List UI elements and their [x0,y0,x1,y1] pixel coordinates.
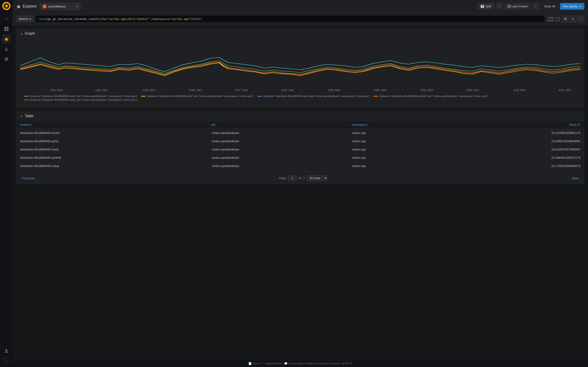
table-cell-1-1: cortex-ops/distributor [208,137,348,145]
close-query-button[interactable]: ✕ [562,16,569,23]
table-cell-3-2: cortex-ops [348,154,439,162]
col-job[interactable]: job [208,121,348,129]
table-row: distributor-65c4684455-gs5lzcortex-ops/d… [17,137,584,145]
topbar: Explore prometheus ▾ Split ‹ Last 6 [13,0,588,13]
explore-nav-icon[interactable] [2,34,11,44]
table-cell-0-0: distributor-65c4684455-4vxdx [17,129,208,137]
graph-container: 28 26 24 22 20 05:00 [17,38,584,108]
table-cell-1-0: distributor-65c4684455-gs5lz [17,137,208,145]
previous-page-button[interactable]: Previous [20,175,36,181]
legend-color-3 [373,96,378,97]
data-table: instance job namespace Value #1 distribu… [17,121,584,170]
grafana-logo[interactable] [2,2,10,10]
table-collapse-icon: ▲ [20,115,23,118]
table-cell-1-2: cortex-ops [348,137,439,145]
table-row: distributor-65c4684455-4vxdxcortex-ops/d… [17,129,584,137]
svg-rect-6 [7,29,9,31]
table-cell-4-3: 23.175523394590275 [439,162,584,170]
svg-rect-5 [4,29,6,31]
svg-text:09:00: 09:00 [421,89,433,92]
legend-label-0: {instance="distributor-65c4684455-4vxdx"… [30,95,137,98]
signin-icon[interactable] [2,346,11,356]
table-row: distributor-65c4684455-rwsrpcortex-ops/d… [17,162,584,170]
content-area: ▲ Graph 28 26 24 22 20 [13,25,588,360]
community-link[interactable]: Community [288,362,303,365]
table-cell-2-3: 24.619357917600947 [439,145,584,154]
query-bar: Metrics ▾ rate(go_gc_duration_seconds_co… [13,13,588,25]
table-cell-4-0: distributor-65c4684455-rwsrp [17,162,208,170]
datasource-name: prometheus [48,5,65,8]
table-cell-2-2: cortex-ops [348,145,439,154]
add-panel-icon[interactable]: ＋ [2,14,11,23]
alerting-icon[interactable] [2,44,11,54]
help-icon[interactable]: ? [3,357,10,364]
table-cell-0-1: cortex-ops/distributor [208,129,348,137]
svg-rect-4 [7,27,9,29]
table-cell-4-1: cortex-ops/distributor [208,162,348,170]
svg-rect-3 [4,27,6,29]
page-number-input[interactable] [288,175,297,181]
metrics-button[interactable]: Metrics ▾ [16,16,34,22]
remove-query-button[interactable]: － [578,16,584,23]
svg-rect-9 [483,5,484,8]
version-text: Grafana v6.0.0-pre1 (commit: a21f677) [304,362,352,365]
table-row: distributor-65c4684455-nwxljcortex-ops/d… [17,145,584,154]
clear-all-button[interactable]: Clear All [541,3,558,10]
svg-text:07:30: 07:30 [281,89,294,92]
explore-title-text: Explore [23,4,37,9]
table-cell-2-1: cortex-ops/distributor [208,145,348,154]
svg-text:08:30: 08:30 [374,89,387,92]
table-cell-4-2: cortex-ops [348,162,439,170]
legend-item-2[interactable]: {instance="distributor-65c4684455-nwxlj"… [257,95,370,98]
table-cell-0-2: cortex-ops [348,129,439,137]
col-value[interactable]: Value #1 [439,121,584,129]
legend-item-4[interactable]: {instance="distributor-65c4684455-rwsrp"… [24,98,137,101]
col-namespace[interactable]: namespace [348,121,439,129]
svg-text:07:00: 07:00 [235,89,248,92]
legend-color-2 [257,96,262,97]
datasource-selector[interactable]: prometheus ▾ [40,3,81,10]
legend-item-3[interactable]: {instance="distributor-65c4684455-qm848"… [373,95,488,98]
docs-link[interactable]: Docs [253,362,259,365]
legend-item-1[interactable]: {instance="distributor-65c4684455-gs5lz"… [141,95,254,98]
table-panel-title: Table [25,114,34,118]
dashboards-icon[interactable] [2,24,11,33]
support-link[interactable]: Support Plans [265,362,282,365]
table-cell-1-3: 23.006613919054054 [439,137,584,145]
topbar-right: Split ‹ Last 6 hours › Clear All Run Que… [478,3,584,10]
svg-text:08:00: 08:00 [328,89,340,92]
settings-nav-icon[interactable] [2,55,11,64]
graph-chart: 28 26 24 22 20 05:00 [20,42,580,92]
query-input-display[interactable]: rate(go_gc_duration_seconds_count{job="c… [35,15,545,23]
prev-time-button[interactable]: ‹ [496,3,503,10]
explore-title: Explore [16,4,37,9]
svg-text:05:30: 05:30 [95,89,108,92]
add-query-button[interactable]: ＋ [570,16,577,23]
legend-label-1: {instance="distributor-65c4684455-gs5lz"… [147,95,254,98]
legend-color-0 [24,96,28,97]
svg-text:09:30: 09:30 [467,89,479,92]
page-info: Page of 1 20 rows 50 rows 100 rows [279,175,328,181]
rows-per-page-select[interactable]: 20 rows 50 rows 100 rows [307,175,328,181]
legend-item-0[interactable]: {instance="distributor-65c4684455-4vxdx"… [24,95,137,98]
legend-label-4: {instance="distributor-65c4684455-rwsrp"… [30,98,137,101]
next-time-button[interactable]: › [532,3,539,10]
split-icon [481,5,484,8]
query-meta: Table: 1.1s Graph: 1.7s [547,16,560,22]
split-button[interactable]: Split [478,3,494,10]
table-cell-0-3: 23.247983163802175 [439,129,584,137]
graph-legend: {instance="distributor-65c4684455-4vxdx"… [20,93,580,104]
time-range-button[interactable]: Last 6 hours [505,3,531,10]
run-query-button[interactable]: Run Query ↵ [560,3,584,10]
table-panel-header[interactable]: ▲ Table [17,112,584,121]
legend-color-4 [24,100,28,100]
col-instance[interactable]: instance [17,121,208,129]
graph-panel-header[interactable]: ▲ Graph [17,29,584,38]
svg-text:10:00: 10:00 [513,89,526,92]
explore-nav-title-icon [16,4,21,9]
legend-label-3: {instance="distributor-65c4684455-qm848"… [380,95,488,98]
next-page-button[interactable]: Next [570,175,580,181]
graph-panel: ▲ Graph 28 26 24 22 20 [16,29,584,108]
svg-text:05:00: 05:00 [50,89,62,92]
main-content: Explore prometheus ▾ Split ‹ Last 6 [13,0,588,367]
